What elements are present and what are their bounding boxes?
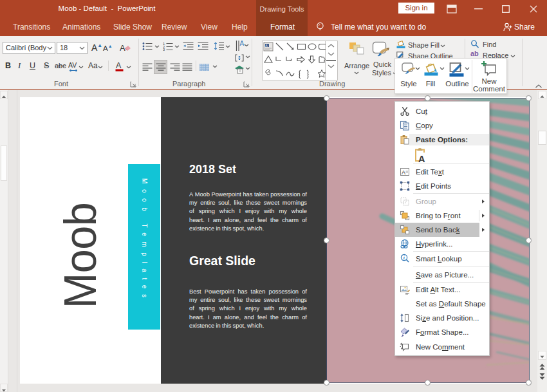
svg-text:A: A (402, 169, 405, 176)
svg-text:A: A (116, 61, 122, 70)
svg-text:A: A (120, 43, 125, 53)
svg-text:A: A (418, 154, 425, 163)
svg-text:3: 3 (163, 48, 165, 51)
svg-text:AV: AV (68, 61, 77, 69)
svg-text:i: i (403, 255, 405, 261)
